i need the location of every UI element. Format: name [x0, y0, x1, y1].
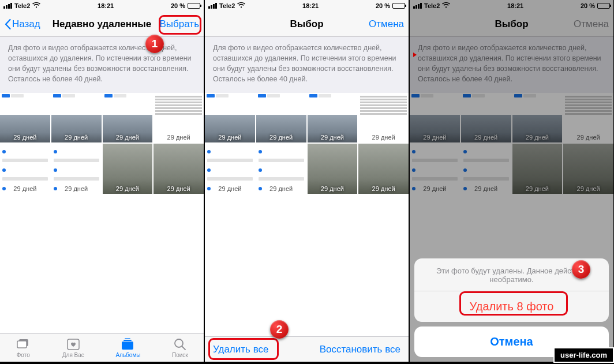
- tab-photo[interactable]: Фото: [16, 337, 31, 358]
- days-label: 29 дней: [358, 185, 409, 192]
- photo-thumb[interactable]: 29 дней: [308, 144, 358, 194]
- svg-rect-5: [125, 339, 130, 340]
- back-label: Назад: [12, 18, 40, 30]
- days-label: 29 дней: [256, 185, 306, 192]
- watermark: user-life.com: [553, 347, 614, 363]
- screen-3: Tele2 18:21 20 % Выбор Отмена Для фото и…: [410, 0, 613, 362]
- photo-thumb[interactable]: 29 дней: [0, 93, 50, 143]
- photo-thumb[interactable]: 29 дней: [0, 144, 50, 194]
- screen-1: Tele2 18:21 20 % Назад Недавно удаленные…: [0, 0, 204, 362]
- status-bar: Tele2 18:21 20 %: [0, 0, 204, 12]
- photo-thumb[interactable]: 29 дней: [205, 93, 255, 143]
- days-label: 29 дней: [103, 185, 153, 192]
- action-sheet: Эти фото будут удалены. Данное действие …: [414, 258, 609, 357]
- wifi-icon: [237, 2, 245, 9]
- photo-thumb[interactable]: 29 дней: [51, 93, 102, 143]
- tab-for-you[interactable]: Для Вас: [62, 337, 84, 358]
- back-button[interactable]: Назад: [5, 18, 40, 30]
- battery-icon: [188, 3, 200, 9]
- tab-label: Фото: [17, 352, 30, 358]
- tutorial-composite: Tele2 18:21 20 % Назад Недавно удаленные…: [0, 0, 614, 364]
- signal-icon: [3, 3, 12, 9]
- status-bar: Tele2 18:21 20 %: [205, 0, 409, 12]
- photo-stack-icon: [16, 337, 31, 351]
- battery-pct-label: 20 %: [376, 2, 390, 9]
- time-label: 18:21: [302, 2, 319, 9]
- battery-icon: [392, 3, 405, 9]
- days-label: 29 дней: [51, 134, 102, 141]
- screen-2: Tele2 18:21 20 % Выбор Отмена Для фото и…: [205, 0, 409, 362]
- photo-thumb[interactable]: 29 дней: [103, 93, 153, 143]
- photo-grid: 29 дней 29 дней 29 дней 29 дней 29 дней …: [0, 93, 204, 194]
- days-label: 29 дней: [0, 185, 50, 192]
- photo-grid: 29 дней 29 дней 29 дней 29 дней 29 дней …: [205, 93, 409, 194]
- nav-bar: Назад Недавно удаленные Выбрать: [0, 12, 204, 37]
- tab-bar: Фото Для Вас Альбомы Поиск: [0, 333, 204, 362]
- photo-thumb[interactable]: 29 дней: [205, 144, 255, 194]
- tab-search[interactable]: Поиск: [172, 337, 188, 358]
- photo-thumb[interactable]: 29 дней: [358, 144, 409, 194]
- search-icon: [173, 337, 188, 351]
- days-label: 29 дней: [154, 185, 204, 192]
- heart-card-icon: [66, 337, 81, 351]
- svg-rect-1: [17, 341, 27, 348]
- photo-thumb[interactable]: 29 дней: [51, 144, 102, 194]
- days-label: 29 дней: [256, 134, 306, 141]
- days-label: 29 дней: [0, 134, 50, 141]
- days-label: 29 дней: [205, 185, 255, 192]
- photo-thumb[interactable]: 29 дней: [154, 144, 204, 194]
- sheet-message: Эти фото будут удалены. Данное действие …: [414, 258, 609, 291]
- days-label: 29 дней: [205, 134, 255, 141]
- nav-title: Выбор: [256, 18, 358, 30]
- cancel-button[interactable]: Отмена: [369, 18, 404, 30]
- tab-albums[interactable]: Альбомы: [115, 337, 140, 358]
- tab-label: Поиск: [172, 352, 188, 358]
- signal-icon: [208, 3, 217, 9]
- wifi-icon: [32, 2, 40, 9]
- tab-label: Альбомы: [115, 352, 140, 358]
- info-text: Для фото и видео отображается количество…: [0, 37, 204, 93]
- photo-thumb[interactable]: 29 дней: [154, 93, 204, 143]
- chevron-left-icon: [5, 19, 11, 29]
- photo-thumb[interactable]: 29 дней: [256, 144, 306, 194]
- photo-thumb[interactable]: 29 дней: [103, 144, 153, 194]
- photo-thumb[interactable]: 29 дней: [358, 93, 409, 143]
- svg-line-7: [182, 347, 185, 350]
- days-label: 29 дней: [154, 134, 204, 141]
- days-label: 29 дней: [308, 185, 358, 192]
- svg-rect-3: [122, 342, 133, 350]
- nav-title: Недавно удаленные: [51, 18, 153, 30]
- albums-icon: [121, 337, 136, 351]
- carrier-label: Tele2: [219, 2, 235, 9]
- svg-rect-4: [123, 340, 132, 341]
- tab-label: Для Вас: [62, 352, 84, 358]
- info-text: Для фото и видео отображается количество…: [205, 37, 409, 93]
- delete-all-button[interactable]: Удалить все: [213, 344, 268, 355]
- photo-thumb[interactable]: 29 дней: [256, 93, 306, 143]
- recover-all-button[interactable]: Восстановить все: [320, 344, 400, 355]
- days-label: 29 дней: [358, 134, 409, 141]
- cursor-marker-icon: [413, 52, 417, 57]
- nav-bar: Выбор Отмена: [205, 12, 409, 37]
- carrier-label: Tele2: [14, 2, 30, 9]
- select-button[interactable]: Выбрать: [160, 18, 199, 30]
- delete-photos-button[interactable]: Удалить 8 фото: [414, 291, 609, 322]
- time-label: 18:21: [98, 2, 114, 9]
- days-label: 29 дней: [103, 134, 153, 141]
- photo-thumb[interactable]: 29 дней: [308, 93, 358, 143]
- days-label: 29 дней: [308, 134, 358, 141]
- selection-toolbar: Удалить все Восстановить все: [205, 336, 409, 362]
- days-label: 29 дней: [51, 185, 102, 192]
- battery-pct-label: 20 %: [171, 2, 185, 9]
